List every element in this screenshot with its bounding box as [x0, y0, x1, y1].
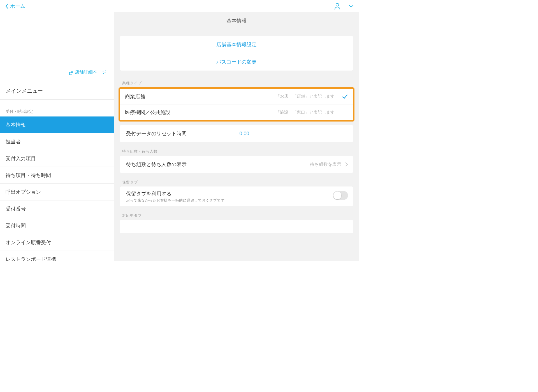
sidebar-item-label: 待ち項目・待ち時間: [6, 172, 51, 179]
in-progress-section-label: 対応中タブ: [120, 206, 353, 220]
svg-line-2: [71, 72, 73, 73]
in-progress-row: 対応中タブを利用する: [120, 220, 353, 233]
sidebar-section-label: 受付・呼出設定: [0, 100, 114, 116]
chevron-right-icon: [345, 162, 348, 167]
hold-tab-subtitle: 戻って来なかったお客様を一時的に退避しておくタブです: [126, 198, 224, 203]
topbar: ホーム: [0, 0, 359, 12]
sidebar-item-call-options[interactable]: 呼出オプション: [0, 184, 114, 200]
business-type-highlight: 商業店舗 「お店」「店舗」と表記します 医療機関／公共施設 「施設」「窓口」と表…: [119, 87, 354, 122]
back-label: ホーム: [10, 3, 25, 10]
hold-section-label: 保留タブ: [120, 173, 353, 186]
sidebar-item-basic-info[interactable]: 基本情報: [0, 116, 114, 133]
sidebar-item-label: 受付入力項目: [6, 155, 36, 162]
wait-display-title: 待ち組数と待ち人数の表示: [126, 161, 187, 168]
option-hint: 「お店」「店舗」と表記します: [276, 94, 335, 99]
sidebar-item-online-queue[interactable]: オンライン順番受付: [0, 234, 114, 251]
change-passcode-button[interactable]: パスコードの変更: [120, 53, 353, 71]
sidebar-item-label: 受付時間: [6, 222, 26, 229]
main-content: 基本情報 店舗基本情報設定 パスコードの変更 業種タイプ 商業店舗 「お店」「店…: [114, 12, 359, 261]
primary-buttons-card: 店舗基本情報設定 パスコードの変更: [120, 36, 353, 71]
reset-time-label: 受付データのリセット時間: [126, 130, 187, 137]
sidebar-main-menu-label: メインメニュー: [6, 87, 43, 95]
sidebar-item-reception-number[interactable]: 受付番号: [0, 200, 114, 217]
sidebar-item-label: 受付番号: [6, 206, 26, 212]
option-title: 商業店舗: [125, 93, 145, 100]
sidebar-item-label: 呼出オプション: [6, 189, 41, 195]
topbar-right: [334, 3, 354, 10]
wait-display-row[interactable]: 待ち組数と待ち人数の表示 待ち組数を表示: [120, 156, 353, 173]
sidebar-main-menu[interactable]: メインメニュー: [0, 82, 114, 100]
chevron-down-icon[interactable]: [349, 5, 354, 8]
wait-section-label: 待ち組数・待ち人数: [120, 142, 353, 156]
reset-time-value: 0:00: [187, 131, 302, 137]
sidebar-item-label: レストランボード連携: [6, 256, 56, 261]
back-button[interactable]: ホーム: [5, 3, 25, 10]
business-type-medical[interactable]: 医療機関／公共施設 「施設」「窓口」と表記します: [120, 104, 353, 120]
sidebar-item-reception-hours[interactable]: 受付時間: [0, 217, 114, 234]
user-icon[interactable]: [334, 3, 341, 10]
hold-tab-row: 保留タブを利用する 戻って来なかったお客様を一時的に退避しておくタブです: [120, 186, 353, 206]
sidebar-item-staff[interactable]: 担当者: [0, 133, 114, 150]
main-header: 基本情報: [114, 12, 359, 29]
external-link-icon: [69, 71, 73, 75]
hold-tab-toggle[interactable]: [333, 191, 348, 200]
sidebar-item-label: 担当者: [6, 138, 21, 145]
option-title: 医療機関／公共施設: [125, 109, 170, 116]
sidebar-item-restaurant-board[interactable]: レストランボード連携: [0, 251, 114, 261]
chevron-left-icon: [5, 3, 8, 9]
svg-point-0: [336, 3, 339, 6]
sidebar-item-wait-items[interactable]: 待ち項目・待ち時間: [0, 167, 114, 184]
hold-tab-title: 保留タブを利用する: [126, 190, 224, 197]
wait-display-value: 待ち組数を表示: [310, 162, 341, 167]
store-detail-link[interactable]: 店舗詳細ページ: [0, 12, 114, 82]
store-basic-settings-button[interactable]: 店舗基本情報設定: [120, 36, 353, 53]
sidebar-item-reception-fields[interactable]: 受付入力項目: [0, 150, 114, 167]
button-label: パスコードの変更: [216, 59, 257, 65]
reset-time-row[interactable]: 受付データのリセット時間 0:00: [120, 125, 353, 142]
option-hint: 「施設」「窓口」と表記します: [276, 110, 335, 115]
business-type-label: 業種タイプ: [120, 74, 353, 87]
check-icon: [342, 94, 348, 100]
sidebar-item-label: 基本情報: [6, 122, 26, 128]
sidebar-item-label: オンライン順番受付: [6, 239, 51, 246]
button-label: 店舗基本情報設定: [216, 41, 257, 48]
business-type-commercial[interactable]: 商業店舗 「お店」「店舗」と表記します: [120, 89, 353, 104]
store-detail-link-label: 店舗詳細ページ: [75, 69, 106, 75]
sidebar: 店舗詳細ページ メインメニュー 受付・呼出設定 基本情報 担当者 受付入力項目 …: [0, 12, 114, 261]
